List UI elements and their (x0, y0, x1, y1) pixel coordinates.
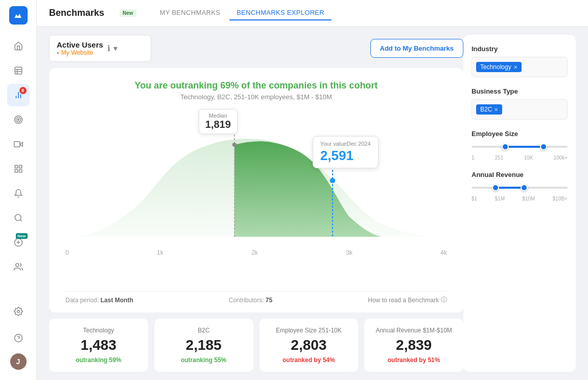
sidebar-item-reports[interactable] (7, 59, 30, 82)
chart-area: Median 1,819 Your value Dec 2024 2,591 (65, 109, 447, 289)
card-technology: Technology 1,483 outranking 59% (49, 319, 148, 372)
svg-point-21 (15, 263, 18, 266)
add-benchmark-button[interactable]: Add to My Benchmarks (370, 39, 463, 58)
annual-revenue-filter: Annual Revenue $1 $1M $10M $10B+ (472, 171, 568, 202)
your-value-label: Your value (320, 141, 347, 147)
card-b2c-status: outranking 55% (164, 356, 243, 364)
business-type-tag-remove[interactable]: ✕ (494, 107, 498, 113)
revenue-slider-fill (496, 187, 524, 189)
user-avatar[interactable]: J (10, 353, 27, 370)
svg-marker-10 (20, 142, 22, 146)
revenue-min: $1 (472, 196, 477, 202)
analytics-badge: 8 (19, 87, 27, 94)
sidebar-item-analytics[interactable]: 8 (7, 84, 30, 106)
header-row: Active Users My Website ℹ ▾ Add to My Be… (49, 35, 463, 62)
median-label: Median (205, 113, 231, 119)
sidebar: 8 New (0, 0, 37, 380)
your-value-date: Dec 2024 (346, 141, 370, 147)
industry-tags[interactable]: Technology ✕ (472, 57, 568, 77)
sidebar-item-alerts[interactable] (7, 182, 30, 205)
revenue-slider-thumb-right[interactable] (521, 184, 528, 191)
filter-panel: Industry Technology ✕ Business Type B2C (463, 35, 576, 372)
revenue-max: $10B+ (553, 196, 568, 202)
metric-selector[interactable]: Active Users My Website ℹ ▾ (49, 35, 151, 62)
revenue-slider-thumb-left[interactable] (492, 184, 499, 191)
industry-label: Industry (472, 45, 568, 53)
metric-selector-text: Active Users My Website (57, 40, 103, 56)
x-label-3: 3k (346, 249, 352, 256)
card-employee-size: Employee Size 251-10K 2,803 outranked by… (260, 319, 359, 372)
business-type-tags[interactable]: B2C ✕ (472, 99, 568, 120)
chart-highlight: outranking 69% (170, 80, 239, 91)
card-technology-value: 1,483 (59, 337, 138, 353)
sidebar-item-video[interactable] (7, 133, 30, 155)
card-revenue-label: Annual Revenue $1M-$10M (374, 327, 453, 334)
sidebar-item-users[interactable] (7, 256, 30, 278)
new-badge: New (120, 9, 136, 17)
tab-my-benchmarks[interactable]: MY BENCHMARKS (153, 6, 228, 20)
employee-high: 10K (524, 155, 533, 161)
chart-title-suffix: of the companies in this cohort (239, 80, 378, 91)
revenue-high: $10M (522, 196, 535, 202)
svg-rect-12 (15, 165, 17, 168)
sidebar-bottom: J (7, 300, 30, 374)
tab-benchmarks-explorer[interactable]: BENCHMARKS EXPLORER (229, 6, 332, 20)
employee-slider-thumb-left[interactable] (502, 143, 509, 150)
x-label-4: 4k (440, 249, 447, 256)
svg-point-26 (330, 178, 336, 183)
sidebar-item-search[interactable] (7, 207, 30, 229)
how-to-read-label: How to read a Benchmark (368, 297, 439, 304)
business-type-label: Business Type (472, 87, 568, 95)
revenue-low: $1M (495, 196, 505, 202)
employee-low: 251 (495, 155, 504, 161)
employee-slider-thumb-right[interactable] (540, 143, 547, 150)
median-value: 1,819 (205, 119, 231, 130)
revenue-slider-track (472, 187, 568, 189)
annual-revenue-label: Annual Revenue (472, 171, 568, 178)
industry-tag-technology[interactable]: Technology ✕ (476, 62, 522, 72)
svg-line-17 (20, 219, 21, 221)
card-b2c-value: 2,185 (164, 337, 243, 353)
contributors-value: 75 (266, 297, 272, 304)
card-employee-label: Employee Size 251-10K (270, 327, 348, 334)
info-circle-icon: ⓘ (441, 296, 447, 304)
business-type-tag-label: B2C (480, 106, 492, 113)
median-tooltip: Median 1,819 (199, 109, 238, 134)
x-axis: 0 1k 2k 3k 4k (65, 249, 447, 256)
x-label-0: 0 (65, 249, 69, 256)
sidebar-item-goals[interactable] (7, 108, 30, 131)
card-annual-revenue: Annual Revenue $1M-$10M 2,839 outranked … (364, 319, 463, 372)
card-employee-status: outranked by 54% (270, 356, 348, 364)
metric-label: Active Users (57, 40, 103, 49)
card-employee-value: 2,803 (270, 337, 348, 353)
industry-tag-remove[interactable]: ✕ (513, 64, 518, 70)
employee-min: 1 (472, 155, 475, 161)
metric-source: My Website (57, 49, 103, 56)
employee-size-filter: Employee Size 1 251 10K 100k+ (472, 130, 568, 161)
sidebar-item-help[interactable] (7, 327, 30, 349)
sidebar-item-settings[interactable] (7, 300, 30, 323)
center-content: Active Users My Website ℹ ▾ Add to My Be… (37, 27, 463, 380)
industry-filter: Industry Technology ✕ (472, 45, 568, 77)
main-area: Benchmarks New MY BENCHMARKS BENCHMARKS … (37, 0, 588, 380)
logo-icon (13, 10, 23, 20)
app-logo[interactable] (9, 6, 28, 25)
content-row: Active Users My Website ℹ ▾ Add to My Be… (37, 27, 588, 380)
x-label-2: 2k (251, 249, 258, 256)
chart-subtitle: Technology, B2C, 251-10K employees, $1M … (65, 93, 447, 101)
svg-point-9 (17, 119, 19, 121)
chart-footer: Data period: Last Month Contributors: 75… (65, 291, 447, 304)
sidebar-item-data[interactable] (7, 158, 30, 180)
card-b2c: B2C 2,185 outranking 55% (154, 319, 253, 372)
business-type-tag-b2c[interactable]: B2C ✕ (476, 104, 502, 115)
industry-tag-label: Technology (480, 63, 511, 71)
svg-rect-13 (19, 165, 21, 168)
chart-panel: You are outranking 69% of the companies … (49, 68, 463, 312)
how-to-read-link[interactable]: How to read a Benchmark ⓘ (368, 296, 447, 304)
sidebar-item-new-feature[interactable]: New (7, 231, 30, 254)
page-title: Benchmarks (49, 8, 104, 18)
svg-point-22 (17, 310, 19, 313)
sidebar-item-home[interactable] (7, 35, 30, 57)
card-technology-status: outranking 59% (59, 356, 138, 364)
x-label-1: 1k (157, 249, 163, 256)
